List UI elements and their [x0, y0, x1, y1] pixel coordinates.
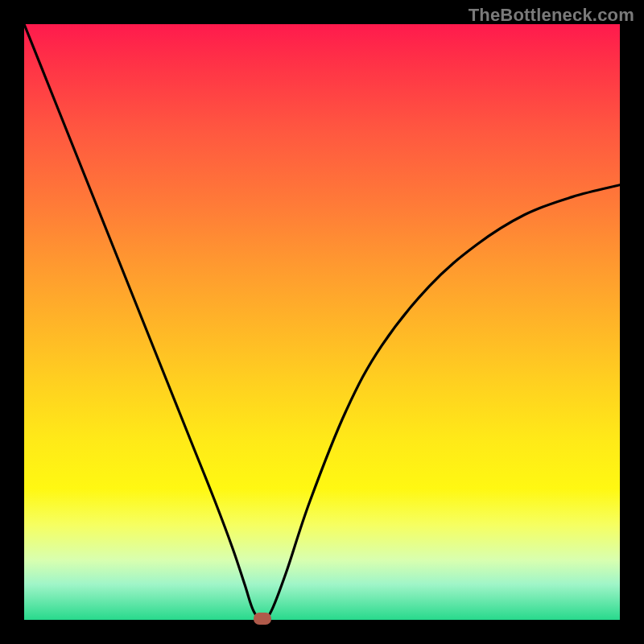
bottleneck-curve: [24, 24, 620, 620]
watermark-text: TheBottleneck.com: [469, 5, 634, 26]
chart-canvas: TheBottleneck.com: [0, 0, 644, 644]
optimal-point-marker: [254, 613, 271, 625]
plot-area: [24, 24, 620, 620]
